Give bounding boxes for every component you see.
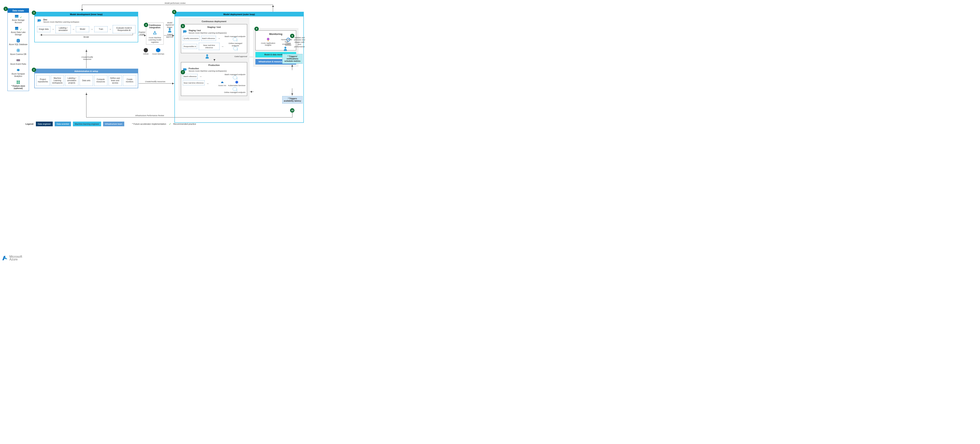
service-label: Azure Storage Account [8, 19, 28, 24]
step-3-badge: 3 [32, 11, 36, 15]
prod-title: Production [183, 64, 245, 66]
endpoint-icon [233, 76, 237, 79]
online-endpoint-prod-label: Online managed endpoint [224, 91, 245, 93]
model-dep-header: Model deployment (outer loop) [175, 12, 304, 16]
azure-devops-item: Azure DevOps [152, 48, 164, 55]
admin-item: Define user team and access [108, 75, 122, 86]
arrow-perf-review-down [82, 5, 82, 11]
step-1-badge: 1 [3, 7, 8, 11]
check-icon: ✓ [169, 122, 171, 126]
staging-env-title: Staging / test [189, 29, 227, 32]
service-icon [16, 68, 21, 72]
service-icon [14, 26, 19, 31]
check-icon: ✓ [20, 16, 22, 19]
batch-endpoint-label: Batch managed endpoint [224, 35, 245, 37]
validate-annotate-label: Validate and annotate new images with po… [293, 37, 306, 48]
step-7-badge: 7 [181, 70, 185, 74]
flow-step: Image data [37, 26, 50, 32]
create-modify-label-2: Create/modify resources [145, 80, 165, 83]
svg-point-3 [17, 39, 20, 40]
service-label: Azure Data Lake Storage [8, 31, 28, 36]
service-icon [16, 58, 21, 62]
architecture-diagram: 1 2 3 4 5 6 7 8 9 10 Data estate ✓Azure … [2, 2, 304, 128]
prod-env-title: Production [189, 67, 227, 70]
endpoint-icon [233, 87, 237, 91]
azure-arc-icon [220, 80, 224, 84]
continuous-deployment-panel: Continuous deployment Staging / test Sta… [179, 18, 249, 101]
data-estate-item: Azure Event Hubs [8, 57, 29, 67]
app-insights-icon [266, 37, 270, 42]
arrow-icon: → [72, 28, 75, 31]
endpoint-icon [233, 47, 237, 50]
legend-infra-team: Infrastructure team [103, 121, 124, 126]
azure-devops-icon [156, 48, 160, 53]
online-endpoint-prod: Online managed endpoint [224, 87, 245, 93]
service-label: Azure SQL Database [9, 43, 27, 46]
admin-item: Machine Learning workspaces [51, 75, 64, 86]
legend-data-scientist: Data scientist [55, 121, 71, 126]
online-endpoint-label: Online managed endpoint [225, 42, 245, 47]
admin-item: Labeling / annotation projects [65, 75, 78, 86]
step-8-badge: 8 [255, 27, 259, 31]
admin-header: Administration & setup [35, 69, 138, 73]
service-label: * Feature store (optional) [8, 85, 28, 89]
admin-item: Create monitors [123, 75, 136, 86]
kubernetes-icon [235, 80, 239, 84]
data-estate-item: SQLAzure SQL Database [8, 37, 29, 47]
check-icon: ✓ [20, 28, 22, 31]
data-estate-items: ✓Azure Storage Account✓Azure Data Lake S… [8, 13, 29, 91]
service-label: Azure Synapse Analytics [8, 73, 28, 77]
step-9-badge: 9 [290, 34, 294, 38]
model-dev-header: Model development (inner loop) [35, 12, 138, 16]
arrow-icon: → [221, 45, 224, 48]
dev-flow-row: Image data→Labeling / annotation→Model→T… [37, 25, 135, 34]
github-label: Github [143, 53, 149, 55]
data-estate-item: ✓Azure Storage Account [8, 13, 29, 25]
svg-rect-14 [17, 82, 18, 84]
batch-endpoint-prod: Batch managed endpoint [224, 73, 245, 80]
microsoft-azure-brand: Microsoft Azure [2, 255, 304, 261]
service-icon [14, 14, 19, 19]
batch-endpoint: Batch managed endpoint [224, 35, 245, 42]
legend-future-label: * Future accelerator implementation [132, 123, 166, 125]
arrow-icon: → [51, 28, 54, 31]
person-icon [168, 28, 172, 32]
batch-inference-prod: Batch inference [183, 74, 197, 79]
arrow-icon: → [206, 82, 209, 85]
app-insights-label: Azure Application Insights [258, 42, 279, 46]
create-modify-label-1: Create/modify resources [80, 56, 95, 61]
svg-point-5 [16, 49, 20, 52]
service-icon: SQL [16, 38, 21, 43]
cd-title: Continuous deployment [181, 20, 247, 22]
aml-registry-icon [152, 30, 158, 35]
svg-text:SQL: SQL [17, 40, 20, 42]
svg-rect-13 [18, 81, 20, 82]
monitoring-title: Monitoring [258, 32, 294, 35]
model-development-panel: Model development (inner loop) Dev Secur… [34, 12, 138, 42]
admin-item: Project repositories [36, 75, 49, 86]
infra-perf-review-label: Infrastructure Performance Review [135, 114, 164, 117]
aml-icon [37, 18, 42, 23]
kubernetes: Kubernetes Services [228, 80, 245, 86]
arrow-staging-to-monitor [250, 57, 254, 57]
model-perf-review-label: Model performanc review [165, 2, 186, 4]
kubernetes-label: Kubernetes Services [228, 84, 245, 86]
source-control-row: Github Azure DevOps [143, 48, 164, 55]
step-6-badge: 6 [181, 24, 185, 28]
register-model-label: Register model [138, 31, 146, 35]
azure-arc-label: Azure Arc [218, 84, 226, 86]
admin-setup-panel: Administration & setup Project repositor… [34, 69, 138, 88]
svg-rect-8 [16, 59, 20, 61]
step-4-badge: 4 [144, 23, 148, 27]
azure-devops-label: Azure DevOps [152, 53, 164, 55]
responsible-ai-box: Responsible AI [183, 44, 197, 49]
arrow-icon: → [199, 75, 202, 78]
person-icon [283, 47, 287, 51]
svg-rect-15 [18, 82, 20, 84]
svg-rect-12 [17, 81, 18, 82]
legend-recommended-label: Recommended practice [173, 123, 196, 125]
service-icon [16, 80, 21, 85]
svg-point-10 [19, 60, 19, 61]
step-5-badge: 5 [172, 10, 177, 14]
svg-marker-17 [235, 81, 238, 83]
